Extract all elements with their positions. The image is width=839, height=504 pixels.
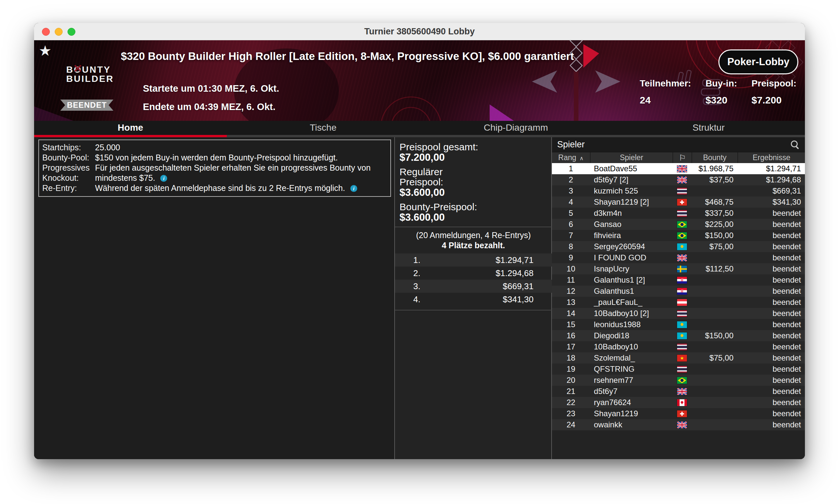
flag-kz-icon xyxy=(672,319,692,330)
info-icon[interactable]: i xyxy=(160,175,167,182)
player-row[interactable]: 22ryan76624beendet xyxy=(552,397,805,408)
flag-gb-icon xyxy=(672,163,692,174)
player-row[interactable]: 19QFSTRINGbeendet xyxy=(552,363,805,375)
tab-home[interactable]: Home xyxy=(34,121,227,137)
player-name: Diegodi18 xyxy=(590,330,672,341)
player-rank: 6 xyxy=(552,219,590,230)
player-row[interactable]: 6Gansao$225,00beendet xyxy=(552,219,805,230)
column-bounty[interactable]: Bounty xyxy=(692,152,737,163)
player-row[interactable]: 2d5t6y7 [2]$37,50$1.294,68 xyxy=(552,174,805,185)
regular-prizepool-value: $3.600,00 xyxy=(400,187,551,198)
player-row[interactable]: 5d3km4n$337,50beendet xyxy=(552,208,805,219)
stat-buyin: Buy-in:$320 xyxy=(705,78,737,106)
player-rank: 1 xyxy=(552,163,590,174)
player-bounty: $468,75 xyxy=(692,197,737,208)
players-panel-header: Spieler xyxy=(552,137,805,152)
player-result: beendet xyxy=(737,286,805,297)
column-flag[interactable]: ⚐ xyxy=(672,152,692,163)
player-row[interactable]: 15leonidus1988beendet xyxy=(552,319,805,330)
entries-note: (20 Anmeldungen, 4 Re-Entrys) xyxy=(395,231,552,240)
flag-hr-icon xyxy=(672,274,692,286)
player-bounty: $75,00 xyxy=(692,353,737,363)
player-row[interactable]: 13_pauL€FauL_beendet xyxy=(552,297,805,308)
column-ergebnisse[interactable]: Ergebnisse xyxy=(737,152,805,163)
player-row[interactable]: 10IsnapUcry$112,50beendet xyxy=(552,263,805,274)
player-result: beendet xyxy=(737,419,805,430)
player-name: d5t6y7 xyxy=(590,386,672,397)
player-rank: 5 xyxy=(552,208,590,219)
player-rank: 19 xyxy=(552,363,590,375)
player-result: beendet xyxy=(737,341,805,353)
stat-value: 24 xyxy=(640,95,691,106)
player-rank: 22 xyxy=(552,397,590,408)
bounty-prizepool-value: $3.600,00 xyxy=(400,212,551,223)
player-bounty: $150,00 xyxy=(692,230,737,241)
stat-label: Preispool: xyxy=(751,78,797,89)
crossed-axes-icon: ✕ xyxy=(73,64,83,73)
player-name: Shayan1219 [2] xyxy=(590,197,672,208)
player-bounty xyxy=(692,375,737,386)
payout-row: 3.$669,31 xyxy=(395,280,552,293)
player-row[interactable]: 11Galanthus1 [2]beendet xyxy=(552,274,805,286)
player-row[interactable]: 1410Badboy10 [2]beendet xyxy=(552,308,805,319)
players-table-header: Rang∧ Spieler ⚐ Bounty Ergebnisse xyxy=(552,152,805,163)
player-row[interactable]: 1BoatDave55$1.968,75$1.294,71 xyxy=(552,163,805,174)
bounty-builder-logo: BOUNTY ✕ BUILDER xyxy=(66,65,114,84)
start-time-text: Startete um 01:30 MEZ, 6. Okt. xyxy=(143,83,279,94)
close-button[interactable] xyxy=(42,28,50,36)
minimize-button[interactable] xyxy=(55,28,63,36)
tournament-info-box: Startchips:25.000Bounty-Pool:$150 von je… xyxy=(38,140,391,197)
stat-value: $320 xyxy=(705,95,737,106)
payout-row: 2.$1.294,68 xyxy=(395,267,552,280)
favorite-star-icon[interactable]: ★ xyxy=(39,42,51,59)
player-row[interactable]: 18Szolemdal_$75,00beendet xyxy=(552,353,805,363)
player-name: d3km4n xyxy=(590,208,672,219)
info-row-value: 25.000 xyxy=(95,142,387,152)
player-row[interactable]: 23Shayan1219beendet xyxy=(552,408,805,419)
search-icon[interactable] xyxy=(790,140,800,149)
player-row[interactable]: 16Diegodi18$150,00beendet xyxy=(552,330,805,341)
total-prizepool-label: Preispool gesamt: xyxy=(400,142,551,152)
player-row[interactable]: 7fihvieira$150,00beendet xyxy=(552,230,805,241)
players-panel: Spieler Rang∧ Spieler ⚐ Bounty Ergebniss… xyxy=(552,137,805,459)
info-row-label: Bounty-Pool: xyxy=(42,152,93,163)
player-result: beendet xyxy=(737,386,805,397)
column-spieler[interactable]: Spieler xyxy=(590,152,672,163)
player-bounty: $150,00 xyxy=(692,330,737,341)
player-row[interactable]: 20rsehnem77beendet xyxy=(552,375,805,386)
payout-place: 2. xyxy=(413,267,420,280)
desktop: Turnier 3805600490 Lobby xyxy=(0,0,839,504)
player-row[interactable]: 12Galanthus1beendet xyxy=(552,286,805,297)
player-row[interactable]: 3kuzmich 525$669,31 xyxy=(552,185,805,197)
player-name: QFSTRING xyxy=(590,363,672,375)
tab-tische[interactable]: Tische xyxy=(227,121,419,137)
divider xyxy=(395,227,552,227)
info-row-label: Re-Entry: xyxy=(42,183,93,193)
player-row[interactable]: 9I FOUND GODbeendet xyxy=(552,252,805,263)
payout-place: 3. xyxy=(413,280,420,293)
player-name: owainkk xyxy=(590,419,672,430)
player-row[interactable]: 1710Badboy10beendet xyxy=(552,341,805,353)
poker-lobby-button[interactable]: Poker-Lobby xyxy=(718,50,798,74)
player-rank: 9 xyxy=(552,252,590,263)
flag-ch-icon xyxy=(672,408,692,419)
tab-struktur[interactable]: Struktur xyxy=(612,121,805,137)
column-rang[interactable]: Rang∧ xyxy=(552,152,590,163)
regular-prizepool-label: Regulärer Preispool: xyxy=(400,167,551,187)
info-icon[interactable]: i xyxy=(350,185,357,192)
player-name: rsehnem77 xyxy=(590,375,672,386)
player-rank: 15 xyxy=(552,319,590,330)
player-row[interactable]: 4Shayan1219 [2]$468,75$341,30 xyxy=(552,197,805,208)
player-bounty: $112,50 xyxy=(692,263,737,274)
player-rank: 2 xyxy=(552,174,590,185)
player-row[interactable]: 21d5t6y7beendet xyxy=(552,386,805,397)
player-row[interactable]: 24owainkkbeendet xyxy=(552,419,805,430)
player-row[interactable]: 8Sergey260594$75,00beendet xyxy=(552,241,805,252)
player-bounty: $225,00 xyxy=(692,219,737,230)
player-name: Shayan1219 xyxy=(590,408,672,419)
zoom-button[interactable] xyxy=(68,28,75,36)
flag-vn-icon xyxy=(672,353,692,363)
player-result: beendet xyxy=(737,397,805,408)
flag-at-icon xyxy=(672,297,692,308)
tab-chip-diagramm[interactable]: Chip-Diagramm xyxy=(419,121,612,137)
